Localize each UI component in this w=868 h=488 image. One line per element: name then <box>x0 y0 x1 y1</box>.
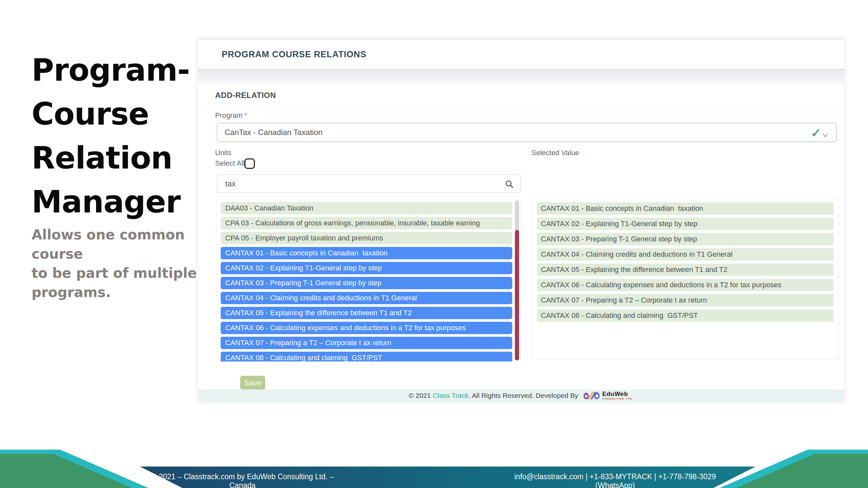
app-top-strip <box>198 38 844 40</box>
selected-value-item[interactable]: CANTAX 03 - Preparing T-1 General step b… <box>537 233 834 245</box>
selected-value-item-label: CANTAX 08 - Calculating and claiming GST… <box>541 311 698 320</box>
selected-value-item-label: CANTAX 04 - Claiming credits and deducti… <box>541 250 733 259</box>
app-header: PROGRAM COURSE RELATIONS <box>198 40 844 69</box>
unit-list-item-label: CANTAX 06 - Calculating expenses and ded… <box>225 324 466 332</box>
slide-subtitle: Allows one common course to be part of m… <box>32 225 197 302</box>
section-divider <box>198 104 844 105</box>
selected-value-item-label: CANTAX 01 - Basic concepts in Canadian t… <box>541 204 703 213</box>
selected-value-item[interactable]: CANTAX 01 - Basic concepts in Canadian t… <box>537 202 834 215</box>
program-select-value: CanTax - Canadian Taxation <box>224 128 322 137</box>
unit-list-item[interactable]: CANTAX 01 - Basic concepts in Canadian t… <box>221 247 512 259</box>
search-icon[interactable] <box>505 180 514 190</box>
unit-list-item-label: CANTAX 02 - Explaining T1-General step b… <box>225 264 382 272</box>
class-track-link[interactable]: Class Track <box>433 392 469 399</box>
unit-list-item[interactable]: DAA03 - Canadian Taxation <box>221 202 512 215</box>
slide-title-line: Course <box>32 92 190 136</box>
app-footer: © 2021 Class Track. All Rights Reserved.… <box>198 389 844 401</box>
selected-value-item[interactable]: CANTAX 04 - Claiming credits and deducti… <box>537 248 834 261</box>
unit-list-item-label: CANTAX 05 - Explaining the difference be… <box>225 309 412 317</box>
bottom-decoration <box>0 449 868 488</box>
slide-title-line: Relation <box>32 136 190 180</box>
bottom-bar-contact: info@classtrack.com | +1-833-MYTRACK | +… <box>504 473 726 488</box>
eduweb-logo: EduWeb CONSULTING LTD. <box>582 390 634 401</box>
chevron-down-icon <box>823 130 828 139</box>
selected-value-item-label: CANTAX 02 - Explaining T1-General step b… <box>541 220 698 228</box>
selected-value-item-label: CANTAX 07 - Preparing a T2 – Corporate t… <box>541 296 707 304</box>
units-list-scrollbar[interactable] <box>515 200 519 360</box>
unit-list-item[interactable]: CPA 03 - Calculations of gross earnings,… <box>221 217 512 229</box>
unit-list-item-label: CPA 05 - Employer payroll taxation and p… <box>225 234 383 242</box>
bottom-bar-copyright: © 2021 – Classtrack.com by EduWeb Consul… <box>150 473 335 488</box>
unit-list-item[interactable]: CANTAX 05 - Explaining the difference be… <box>221 307 512 319</box>
selected-values-panel: CANTAX 01 - Basic concepts in Canadian t… <box>531 198 839 359</box>
slide-title: Program- Course Relation Manager <box>32 48 190 224</box>
copyright-prefix: © 2021 <box>409 392 433 399</box>
selected-value-item[interactable]: CANTAX 06 - Calculating expenses and ded… <box>537 279 834 291</box>
slide-subtitle-line: Allows one common <box>32 225 197 244</box>
developer-name: EduWeb <box>602 391 634 397</box>
units-label: Units <box>215 149 231 157</box>
selected-value-label: Selected Value <box>531 149 579 157</box>
unit-list-item[interactable]: CANTAX 04 - Claiming credits and deducti… <box>221 292 512 304</box>
units-search-box <box>217 174 521 193</box>
unit-list-item[interactable]: CANTAX 02 - Explaining T1-General step b… <box>221 262 512 274</box>
units-list: DAA03 - Canadian Taxation CPA 03 - Calcu… <box>217 199 521 362</box>
section-title: ADD-RELATION <box>215 91 276 100</box>
slide-title-line: Manager <box>32 180 190 224</box>
slide-page: Program- Course Relation Manager Allows … <box>0 0 868 488</box>
header-divider-band <box>198 69 844 84</box>
unit-list-item-label: CANTAX 07 - Preparing a T2 – Corporate t… <box>225 339 391 347</box>
selected-value-item[interactable]: CANTAX 02 - Explaining T1-General step b… <box>537 218 834 230</box>
save-button[interactable]: Save <box>240 376 265 390</box>
selected-value-item-label: CANTAX 05 - Explaining the difference be… <box>541 265 727 274</box>
unit-list-item-label: CPA 03 - Calculations of gross earnings,… <box>225 219 480 227</box>
required-asterisk: * <box>244 111 247 120</box>
app-screenshot: PROGRAM COURSE RELATIONS ADD-RELATION Pr… <box>198 38 844 401</box>
slide-subtitle-line: to be part of multiple <box>32 263 197 283</box>
slide-title-line: Program- <box>32 48 190 92</box>
program-select[interactable]: CanTax - Canadian Taxation ✓ <box>217 123 837 142</box>
unit-list-item[interactable]: CANTAX 03 - Preparing T-1 General step b… <box>221 277 512 289</box>
checkmark-icon: ✓ <box>811 126 821 140</box>
unit-list-item-label: CANTAX 03 - Preparing T-1 General step b… <box>225 279 381 287</box>
select-all-checkbox[interactable] <box>244 158 255 169</box>
unit-list-item[interactable]: CANTAX 07 - Preparing a T2 – Corporate t… <box>221 337 512 349</box>
selected-value-item[interactable]: CANTAX 05 - Explaining the difference be… <box>537 263 834 276</box>
slide-subtitle-line: programs. <box>32 283 197 302</box>
select-all-label: Select All <box>215 159 245 167</box>
eduweb-swoosh-icon <box>582 390 601 401</box>
unit-list-item[interactable]: CPA 05 - Employer payroll taxation and p… <box>221 232 512 244</box>
program-label: Program* <box>215 111 247 120</box>
selected-value-item[interactable]: CANTAX 08 - Calculating and claiming GST… <box>537 310 834 322</box>
unit-list-item-label: CANTAX 01 - Basic concepts in Canadian t… <box>225 249 388 257</box>
developer-subtitle: CONSULTING LTD. <box>602 397 634 400</box>
search-input[interactable] <box>217 175 520 192</box>
scrollbar-thumb[interactable] <box>515 230 519 360</box>
unit-list-item-label: DAA03 - Canadian Taxation <box>225 204 313 213</box>
slide-subtitle-line: course <box>32 244 197 263</box>
copyright-suffix: . All Rights Reserved. Developed By <box>468 392 578 399</box>
selected-value-item[interactable]: CANTAX 07 - Preparing a T2 – Corporate t… <box>537 294 834 306</box>
selected-value-item-label: CANTAX 06 - Calculating expenses and ded… <box>541 281 781 289</box>
selected-value-item-label: CANTAX 03 - Preparing T-1 General step b… <box>541 235 697 243</box>
unit-list-item[interactable]: CANTAX 08 - Calculating and claiming GST… <box>221 352 512 362</box>
unit-list-item-label: CANTAX 08 - Calculating and claiming GST… <box>225 354 382 362</box>
unit-list-item[interactable]: CANTAX 06 - Calculating expenses and ded… <box>221 322 512 334</box>
unit-list-item-label: CANTAX 04 - Claiming credits and deducti… <box>225 294 417 302</box>
page-title: PROGRAM COURSE RELATIONS <box>222 40 367 69</box>
